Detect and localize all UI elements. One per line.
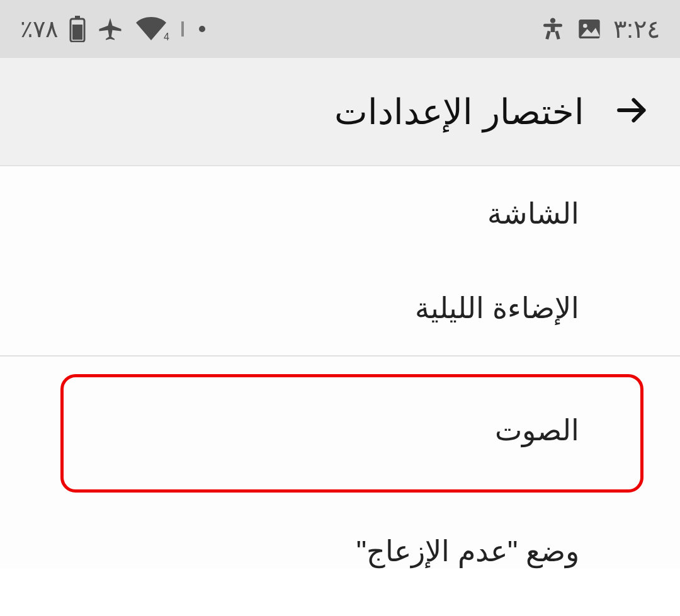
svg-rect-3 bbox=[181, 21, 184, 37]
wifi-icon: 4 bbox=[135, 16, 167, 42]
status-bar-right: ٣:٢٤ bbox=[540, 14, 660, 43]
svg-rect-6 bbox=[551, 24, 555, 32]
svg-point-10 bbox=[583, 24, 587, 28]
list-item-label: وضع "عدم الإزعاج" bbox=[356, 535, 579, 568]
list-item-dnd[interactable]: وضع "عدم الإزعاج" bbox=[0, 504, 680, 568]
signal-bar-icon bbox=[179, 21, 188, 37]
image-icon bbox=[577, 16, 602, 42]
status-dot-icon bbox=[199, 26, 205, 32]
battery-percent-text: ٪٧٨ bbox=[20, 15, 58, 43]
back-button[interactable] bbox=[609, 89, 655, 134]
svg-point-4 bbox=[550, 18, 555, 23]
list-item-label: الإضاءة الليلية bbox=[415, 292, 579, 324]
battery-icon bbox=[69, 16, 86, 42]
list-item-label: الشاشة bbox=[487, 197, 579, 230]
accessibility-icon bbox=[540, 16, 565, 42]
arrow-forward-icon bbox=[615, 93, 650, 130]
svg-rect-2 bbox=[72, 25, 82, 40]
page-title: اختصار الإعدادات bbox=[334, 91, 584, 132]
settings-shortcut-list: الشاشة الإضاءة الليلية الصوت وضع "عدم ال… bbox=[0, 166, 680, 568]
app-bar: اختصار الإعدادات bbox=[0, 58, 680, 166]
airplane-icon bbox=[97, 16, 123, 42]
svg-rect-7 bbox=[545, 31, 550, 40]
status-clock-text: ٣:٢٤ bbox=[613, 14, 660, 43]
list-item-label: الصوت bbox=[495, 414, 579, 447]
status-bar-left: ٪٧٨ 4 bbox=[20, 15, 205, 43]
list-item-night-light[interactable]: الإضاءة الليلية bbox=[0, 261, 680, 355]
list-item-display[interactable]: الشاشة bbox=[0, 166, 680, 261]
list-item-sound[interactable]: الصوت bbox=[0, 356, 680, 504]
status-bar: ٪٧٨ 4 bbox=[0, 0, 680, 58]
svg-rect-8 bbox=[555, 31, 560, 40]
